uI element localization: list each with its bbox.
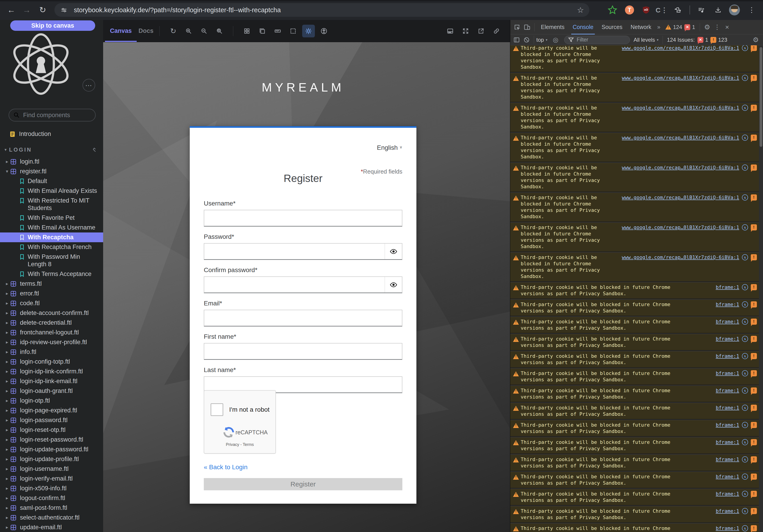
sidebar-story-default[interactable]: Default xyxy=(0,176,103,186)
clear-console-icon[interactable] xyxy=(522,35,532,45)
sidebar-item-introduction[interactable]: Introduction xyxy=(0,129,103,139)
sidebar-story-with-favorite-pet[interactable]: With Favorite Pet xyxy=(0,213,103,223)
zoom-reset-icon[interactable] xyxy=(213,25,226,38)
cookie-arrows-icon[interactable]: ⇅ xyxy=(742,164,748,171)
sidebar-component-code-ftl[interactable]: ▸code.ftl xyxy=(0,299,103,308)
sidebar-component-select-authenticator-ftl[interactable]: ▸select-authenticator.ftl xyxy=(0,513,103,522)
sidebar-story-with-email-already-exists[interactable]: With Email Already Exists xyxy=(0,186,103,196)
source-link[interactable]: www.google.com/recap…0lB1Xr7zdiQ-6iBVa:1 xyxy=(622,105,739,111)
cookie-arrows-icon[interactable]: ⇅ xyxy=(742,301,748,308)
cookie-arrows-icon[interactable]: ⇅ xyxy=(742,422,748,428)
cookie-arrows-icon[interactable]: ⇅ xyxy=(742,194,748,201)
sidebar-story-with-restricted-to-mit-students[interactable]: With Restricted To MIT Students xyxy=(0,196,103,213)
cookie-arrows-icon[interactable]: ⇅ xyxy=(742,284,748,290)
cookie-arrows-icon[interactable]: ⇅ xyxy=(742,224,748,230)
issue-badge-icon[interactable]: ! xyxy=(751,405,757,411)
source-link[interactable]: bframe:1 xyxy=(715,353,739,359)
sidebar-component-register-ftl[interactable]: ▾register.ftl xyxy=(0,166,103,176)
sidebar-component-login-idp-link-confirm-ftl[interactable]: ▸login-idp-link-confirm.ftl xyxy=(0,367,103,376)
console-sidebar-icon[interactable] xyxy=(512,35,522,45)
first-name-input[interactable] xyxy=(204,343,402,360)
source-link[interactable]: www.google.com/recap…0lB1Xr7zdiQ-6iBVa:1 xyxy=(622,254,739,260)
issue-badge-icon[interactable]: ! xyxy=(751,75,757,81)
device-toolbar-icon[interactable] xyxy=(522,22,532,32)
cookie-arrows-icon[interactable]: ⇅ xyxy=(742,456,748,463)
sidebar-component-login-reset-password-ftl[interactable]: ▸login-reset-password.ftl xyxy=(0,435,103,445)
sidebar-component-update-email-ftl[interactable]: ▸update-email.ftl xyxy=(0,522,103,532)
issue-badge-icon[interactable]: ! xyxy=(751,370,757,376)
tab-sources[interactable]: Sources xyxy=(598,20,626,35)
source-link[interactable]: bframe:1 xyxy=(715,336,739,342)
source-link[interactable]: bframe:1 xyxy=(715,371,739,376)
email-field[interactable] xyxy=(204,310,402,326)
recaptcha-checkbox[interactable] xyxy=(211,403,223,416)
source-link[interactable]: bframe:1 xyxy=(715,388,739,393)
context-selector[interactable]: top xyxy=(536,37,544,43)
language-selector[interactable]: English∨ xyxy=(377,144,402,151)
copy-link-icon[interactable] xyxy=(490,25,503,38)
accessibility-icon[interactable] xyxy=(318,25,330,38)
cookie-arrows-icon[interactable]: ⇅ xyxy=(742,405,748,411)
sidebar-story-with-password-min-length-8[interactable]: With Password Min Length 8 xyxy=(0,252,103,269)
cookie-arrows-icon[interactable]: ⇅ xyxy=(742,525,748,531)
sidebar-component-login-ftl[interactable]: ▸login.ftl xyxy=(0,157,103,166)
issue-badge-icon[interactable]: ! xyxy=(751,508,757,514)
first-name-field[interactable] xyxy=(204,343,402,359)
issue-badge-icon[interactable]: ! xyxy=(751,254,757,260)
sidebar-component-info-ftl[interactable]: ▸info.ftl xyxy=(0,347,103,357)
back-icon[interactable]: ← xyxy=(5,4,17,16)
source-link[interactable]: bframe:1 xyxy=(715,474,739,480)
register-submit-button[interactable]: Register xyxy=(204,478,402,490)
issue-badge-icon[interactable]: ! xyxy=(751,456,757,463)
issue-badge-icon[interactable]: ! xyxy=(751,301,757,308)
sidebar-component-login-otp-ftl[interactable]: ▸login-otp.ftl xyxy=(0,396,103,405)
issue-badge-icon[interactable]: ! xyxy=(751,422,757,428)
issue-badge-icon[interactable]: ! xyxy=(751,525,757,531)
bookmark-star-icon[interactable]: ☆ xyxy=(577,5,584,15)
cookie-arrows-icon[interactable]: ⇅ xyxy=(742,45,748,51)
source-link[interactable]: bframe:1 xyxy=(715,284,739,290)
source-link[interactable]: bframe:1 xyxy=(715,525,739,531)
issue-badge-icon[interactable]: ! xyxy=(751,45,757,51)
issue-badge-icon[interactable]: ! xyxy=(751,474,757,480)
source-link[interactable]: www.google.com/recap…0lB1Xr7zdiQ-6iBVa:1 xyxy=(622,45,739,51)
issue-badge-icon[interactable]: ! xyxy=(751,336,757,342)
sidebar-menu-button[interactable]: ⋯ xyxy=(82,79,95,92)
cookie-arrows-icon[interactable]: ⇅ xyxy=(742,353,748,359)
username-input[interactable] xyxy=(204,210,402,226)
sidebar-story-with-recaptcha-french[interactable]: With Recaptcha French xyxy=(0,242,103,252)
source-link[interactable]: bframe:1 xyxy=(715,457,739,462)
collapse-all-icon[interactable] xyxy=(91,146,98,153)
console-settings-gear-icon[interactable]: ⚙ xyxy=(751,35,761,45)
more-tabs-icon[interactable]: » xyxy=(655,20,662,35)
media-controls-icon[interactable] xyxy=(696,5,706,15)
username-field[interactable] xyxy=(204,210,402,226)
cookie-arrows-icon[interactable]: ⇅ xyxy=(742,491,748,497)
ublock-extension-icon[interactable]: uO xyxy=(641,5,651,15)
recaptcha-privacy-terms[interactable]: Privacy - Terms xyxy=(204,442,275,447)
issue-badge-icon[interactable]: ! xyxy=(751,353,757,359)
address-bar[interactable]: storybook.keycloakify.dev/?path=/story/l… xyxy=(54,3,589,17)
sidebar-component-terms-ftl[interactable]: ▸terms.ftl xyxy=(0,279,103,289)
issue-badge-icon[interactable]: ! xyxy=(751,439,757,445)
sidebar-component-logout-confirm-ftl[interactable]: ▸logout-confirm.ftl xyxy=(0,493,103,503)
issue-badge-icon[interactable]: ! xyxy=(751,318,757,325)
source-link[interactable]: bframe:1 xyxy=(715,422,739,428)
sidebar-component-login-reset-otp-ftl[interactable]: ▸login-reset-otp.ftl xyxy=(0,425,103,435)
source-link[interactable]: bframe:1 xyxy=(715,405,739,410)
sidebar-component-login-username-ftl[interactable]: ▸login-username.ftl xyxy=(0,464,103,474)
sidebar-component-frontchannel-logout-ftl[interactable]: ▸frontchannel-logout.ftl xyxy=(0,328,103,337)
sidebar-story-with-recaptcha[interactable]: With Recaptcha xyxy=(0,232,103,242)
close-devtools-icon[interactable]: × xyxy=(722,22,732,32)
password-field[interactable] xyxy=(204,243,385,259)
theme-sun-icon[interactable] xyxy=(302,25,315,38)
download-icon[interactable] xyxy=(713,5,723,15)
zoom-out-icon[interactable] xyxy=(198,25,210,38)
issue-badge-icon[interactable]: ! xyxy=(751,491,757,497)
addon-panel-icon[interactable] xyxy=(444,25,457,38)
scrollbar-thumb[interactable] xyxy=(760,47,762,147)
sidebar-component-login-update-profile-ftl[interactable]: ▸login-update-profile.ftl xyxy=(0,454,103,464)
c-extension-icon[interactable]: C⋮ xyxy=(657,5,667,15)
issue-badge-icon[interactable]: ! xyxy=(751,134,757,141)
cookie-arrows-icon[interactable]: ⇅ xyxy=(742,254,748,260)
